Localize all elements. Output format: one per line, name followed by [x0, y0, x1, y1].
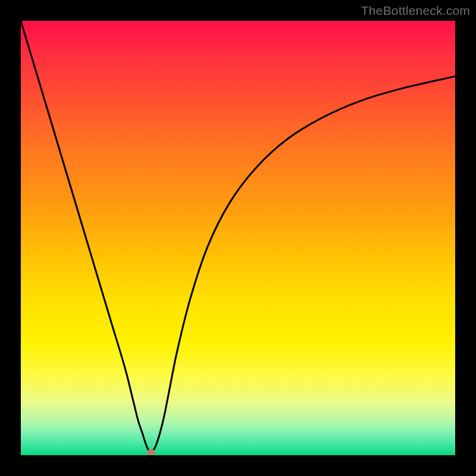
minimum-marker: [147, 449, 155, 455]
curve-path: [21, 21, 456, 452]
watermark-text: TheBottleneck.com: [361, 4, 470, 18]
plot-area: [21, 21, 455, 455]
bottleneck-curve: [21, 21, 455, 455]
chart-frame: TheBottleneck.com: [0, 0, 476, 476]
